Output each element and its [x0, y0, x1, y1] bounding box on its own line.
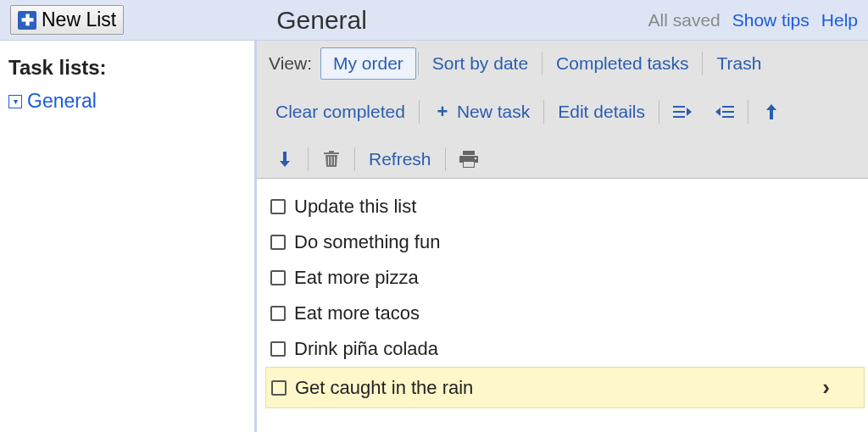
help-link[interactable]: Help [821, 10, 858, 30]
view-sort-by-date[interactable]: Sort by date [420, 48, 540, 79]
task-row[interactable]: Do something fun [265, 224, 865, 260]
task-label: Get caught in the rain [295, 377, 473, 399]
new-list-button[interactable]: ✚ New List [10, 5, 124, 35]
task-label: Do something fun [294, 231, 440, 253]
move-up-button[interactable] [750, 97, 793, 126]
checkbox-icon[interactable] [271, 380, 287, 396]
top-bar: ✚ New List General All saved Show tips H… [0, 0, 868, 41]
task-label: Drink piña colada [294, 338, 438, 360]
task-label: Eat more pizza [294, 267, 419, 289]
checkbox-icon[interactable] [270, 235, 286, 250]
sidebar-item-label: General [27, 90, 97, 113]
sidebar-heading: Task lists: [8, 56, 246, 80]
indent-right-button[interactable] [661, 97, 704, 126]
view-label: View: [264, 50, 320, 77]
checkbox-icon[interactable] [270, 306, 286, 321]
print-icon [459, 150, 478, 169]
edit-details-button[interactable]: Edit details [546, 97, 657, 127]
refresh-button[interactable]: Refresh [357, 144, 443, 174]
task-row[interactable]: Get caught in the rain› [265, 367, 865, 408]
toolbar: View: My order Sort by date Completed ta… [257, 41, 868, 179]
arrow-up-icon [762, 102, 781, 121]
print-button[interactable] [448, 145, 490, 174]
clear-completed-button[interactable]: Clear completed [264, 97, 417, 127]
task-row[interactable]: Update this list [265, 189, 865, 224]
indent-right-icon [673, 102, 692, 121]
checkbox-icon[interactable] [270, 199, 286, 214]
save-status: All saved [648, 10, 721, 30]
new-list-label: New List [42, 8, 116, 31]
page-title: General [276, 6, 367, 35]
move-down-button[interactable] [264, 145, 306, 174]
trash-icon [322, 150, 341, 169]
dropdown-icon: ▾ [8, 95, 22, 108]
indent-left-button[interactable] [704, 97, 746, 126]
checkbox-icon[interactable] [270, 341, 286, 357]
indent-left-icon [715, 102, 734, 121]
delete-button[interactable] [310, 145, 353, 174]
sidebar-item-general[interactable]: ▾ General [8, 88, 246, 114]
plus-icon: ✚ [18, 11, 36, 30]
top-right-links: All saved Show tips Help [648, 10, 858, 30]
task-row[interactable]: Drink piña colada [265, 331, 865, 367]
sidebar: Task lists: ▾ General [0, 41, 254, 432]
show-tips-link[interactable]: Show tips [732, 10, 810, 30]
task-label: Update this list [294, 196, 416, 218]
svg-point-0 [474, 158, 476, 159]
checkbox-icon[interactable] [270, 270, 286, 285]
task-row[interactable]: Eat more tacos [265, 296, 865, 331]
plus-icon: + [433, 102, 452, 121]
task-label: Eat more tacos [294, 302, 420, 324]
main-panel: View: My order Sort by date Completed ta… [254, 41, 868, 432]
arrow-down-icon [275, 150, 294, 169]
chevron-right-icon[interactable]: › [822, 374, 855, 401]
new-task-button[interactable]: + New task [421, 97, 542, 127]
task-list: Update this listDo something funEat more… [257, 179, 868, 412]
view-trash[interactable]: Trash [704, 48, 773, 79]
view-my-order[interactable]: My order [320, 47, 416, 80]
task-row[interactable]: Eat more pizza [265, 260, 865, 296]
view-completed-tasks[interactable]: Completed tasks [544, 48, 700, 79]
